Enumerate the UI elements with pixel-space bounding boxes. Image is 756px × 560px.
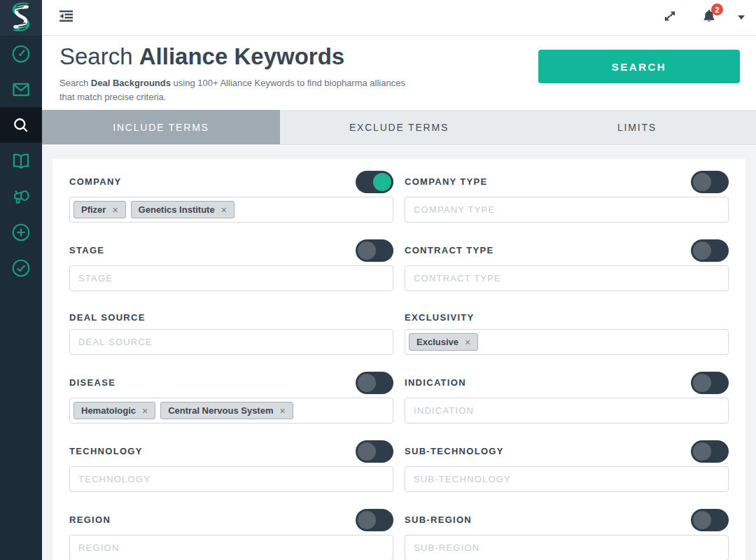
field-head-region: REGION	[69, 508, 393, 531]
megaphone-icon	[10, 186, 31, 207]
company-type-input[interactable]: COMPANY TYPE	[405, 197, 729, 223]
page-header: Search Alliance Keywords Search Deal Bac…	[42, 36, 756, 110]
tag-genetics-institute: Genetics Institute×	[131, 201, 234, 218]
company-input[interactable]: Pfizer×Genetics Institute×	[69, 197, 393, 223]
field-indication: INDICATIONINDICATION	[405, 371, 729, 424]
remove-tag-icon[interactable]: ×	[221, 205, 227, 215]
tag-hematologic: Hematologic×	[74, 402, 155, 419]
technology-toggle[interactable]	[356, 440, 393, 463]
contract-type-label: CONTRACT TYPE	[405, 245, 493, 255]
expand-arrows-icon	[664, 10, 676, 25]
disease-label: DISEASE	[69, 377, 115, 388]
company-toggle[interactable]	[356, 171, 393, 193]
field-head-company-type: COMPANY TYPE	[405, 170, 729, 193]
contract-type-toggle[interactable]	[691, 239, 729, 262]
toggle-knob	[693, 374, 711, 392]
toggle-knob	[373, 173, 391, 191]
field-contract-type: CONTRACT TYPECONTRACT TYPE	[405, 239, 729, 291]
field-stage: STAGESTAGE	[69, 239, 393, 291]
tag-label: Pfizer	[81, 204, 106, 215]
company-type-label: COMPANY TYPE	[405, 176, 487, 187]
technology-input[interactable]: TECHNOLOGY	[69, 466, 393, 492]
tab-exclude-terms[interactable]: EXCLUDE TERMS	[280, 110, 518, 144]
page-title: Search Alliance Keywords	[59, 43, 344, 70]
tab-bar: INCLUDE TERMSEXCLUDE TERMSLIMITS	[42, 110, 756, 145]
field-company: COMPANYPfizer×Genetics Institute×	[69, 170, 393, 223]
indication-input[interactable]: INDICATION	[405, 398, 729, 424]
remove-tag-icon[interactable]: ×	[112, 205, 118, 215]
mail-icon	[10, 79, 31, 100]
search-icon	[11, 115, 31, 135]
disease-toggle[interactable]	[356, 372, 393, 394]
toggle-knob	[693, 173, 711, 191]
region-toggle[interactable]	[356, 509, 393, 531]
search-button[interactable]: SEARCH	[538, 50, 740, 83]
sub-region-input[interactable]: SUB-REGION	[405, 535, 729, 560]
sidebar-item-announcements[interactable]	[0, 178, 42, 214]
region-input[interactable]: REGION	[69, 535, 393, 560]
deal-source-placeholder: DEAL SOURCE	[74, 337, 153, 347]
tab-include-terms[interactable]: INCLUDE TERMS	[42, 110, 280, 144]
field-sub-technology: SUB-TECHNOLOGYSUB-TECHNOLOGY	[405, 440, 729, 492]
stage-input[interactable]: STAGE	[69, 265, 393, 291]
sidebar-item-search[interactable]	[0, 107, 42, 143]
top-bar: 2	[42, 0, 756, 36]
indication-toggle[interactable]	[691, 372, 729, 394]
region-label: REGION	[69, 514, 111, 525]
page-subtitle: Search Deal Backgrounds using 100+ Allia…	[59, 76, 413, 104]
field-head-technology: TECHNOLOGY	[69, 440, 393, 463]
sidebar-item-add[interactable]	[0, 214, 42, 250]
topbar-actions: 2	[664, 8, 756, 27]
field-head-contract-type: CONTRACT TYPE	[405, 239, 729, 262]
sub-technology-input[interactable]: SUB-TECHNOLOGY	[405, 466, 729, 492]
dna-helix-logo-icon	[8, 1, 34, 35]
sidebar-item-done[interactable]	[0, 250, 42, 286]
content-area: COMPANYPfizer×Genetics Institute×COMPANY…	[42, 146, 756, 560]
disease-input[interactable]: Hematologic×Central Nervous System×	[69, 398, 393, 424]
sub-technology-toggle[interactable]	[691, 440, 729, 463]
tag-central-nervous-system: Central Nervous System×	[160, 402, 293, 419]
field-head-company: COMPANY	[69, 170, 393, 193]
field-head-disease: DISEASE	[69, 371, 393, 394]
sidebar-item-library[interactable]	[0, 143, 42, 178]
tag-label: Central Nervous System	[168, 405, 273, 416]
toggle-knob	[693, 511, 711, 529]
contract-type-placeholder: CONTRACT TYPE	[409, 273, 501, 284]
exclusivity-input[interactable]: Exclusive×	[405, 329, 729, 355]
tab-limits[interactable]: LIMITS	[518, 110, 756, 144]
collapse-menu-button[interactable]	[59, 10, 73, 24]
remove-tag-icon[interactable]: ×	[142, 406, 148, 416]
field-deal-source: DEAL SOURCEDEAL SOURCE	[69, 307, 393, 355]
field-head-sub-region: SUB-REGION	[405, 508, 729, 531]
check-circle-icon	[10, 258, 31, 279]
toggle-knob	[358, 511, 376, 529]
indication-placeholder: INDICATION	[409, 405, 474, 416]
stage-placeholder: STAGE	[74, 273, 113, 284]
stage-label: STAGE	[69, 245, 104, 255]
stage-toggle[interactable]	[356, 239, 393, 262]
expand-button[interactable]	[664, 10, 676, 25]
plus-circle-icon	[10, 222, 31, 243]
sub-technology-label: SUB-TECHNOLOGY	[405, 446, 504, 456]
sub-technology-placeholder: SUB-TECHNOLOGY	[409, 474, 511, 484]
app-logo[interactable]	[0, 0, 42, 36]
sidebar-item-messages[interactable]	[0, 71, 42, 107]
tag-label: Genetics Institute	[139, 204, 215, 215]
region-placeholder: REGION	[74, 542, 119, 553]
sidebar-item-dashboard[interactable]	[0, 36, 42, 71]
contract-type-input[interactable]: CONTRACT TYPE	[405, 265, 729, 291]
technology-label: TECHNOLOGY	[69, 446, 143, 456]
notification-count-badge: 2	[711, 4, 723, 15]
tag-exclusive: Exclusive×	[409, 333, 478, 351]
account-dropdown-caret[interactable]	[738, 15, 745, 20]
remove-tag-icon[interactable]: ×	[465, 337, 470, 347]
remove-tag-icon[interactable]: ×	[279, 406, 285, 416]
sub-region-label: SUB-REGION	[405, 514, 472, 525]
sub-region-toggle[interactable]	[691, 509, 729, 531]
company-type-toggle[interactable]	[691, 171, 729, 193]
deal-source-input[interactable]: DEAL SOURCE	[69, 329, 393, 355]
field-head-stage: STAGE	[69, 239, 393, 262]
notifications-button[interactable]: 2	[701, 8, 717, 27]
tag-label: Hematologic	[81, 405, 136, 416]
field-head-exclusivity: EXCLUSIVITY	[405, 307, 729, 326]
